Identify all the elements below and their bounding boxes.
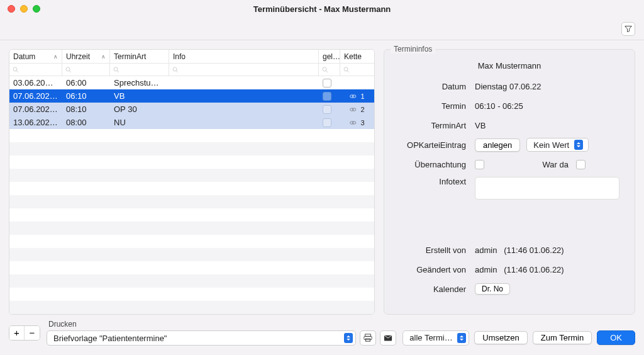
appointments-table: Datum∧ Uhrzeit∧ TerminArt Info gel… Kett…: [9, 49, 375, 315]
keinwert-select[interactable]: Kein Wert: [526, 138, 589, 152]
filter-kette[interactable]: [340, 64, 374, 76]
erstellt-user: admin: [475, 245, 497, 255]
col-terminart[interactable]: TerminArt: [110, 50, 169, 63]
svg-line-1: [16, 70, 18, 72]
titlebar: Terminübersicht - Max Mustermann: [0, 0, 644, 18]
label-termin: Termin: [393, 101, 475, 111]
filter-datum[interactable]: [9, 64, 62, 76]
mail-icon: [384, 334, 392, 342]
svg-line-3: [69, 70, 71, 72]
filter-gel[interactable]: [319, 64, 340, 76]
ok-button[interactable]: OK: [597, 330, 635, 345]
deleted-checkbox[interactable]: [323, 92, 331, 101]
patient-name: Max Mustermann: [393, 61, 626, 70]
filter-icon: [625, 25, 632, 33]
chain-icon: 3: [344, 119, 370, 127]
chain-icon: 2: [344, 106, 370, 113]
remove-button[interactable]: −: [25, 326, 40, 340]
filter-info[interactable]: [169, 64, 319, 76]
label-infotext: Infotext: [393, 177, 475, 186]
add-button[interactable]: +: [9, 326, 25, 340]
filter-button[interactable]: [621, 22, 635, 36]
alle-termine-select[interactable]: alle Termi…: [402, 330, 469, 346]
drucken-label: Drucken: [47, 320, 396, 329]
print-button[interactable]: [360, 330, 376, 346]
label-opkartei: OPKarteiEintrag: [393, 140, 475, 150]
printer-icon: [364, 334, 372, 342]
geaendert-ts: (11:46 01.06.22): [504, 265, 564, 274]
svg-rect-12: [365, 334, 371, 337]
label-uebernachtung: Übernachtung: [393, 160, 475, 169]
col-uhrzeit[interactable]: Uhrzeit∧: [62, 50, 110, 63]
umsetzen-button[interactable]: Umsetzen: [474, 331, 528, 344]
zum-termin-button[interactable]: Zum Termin: [533, 331, 592, 344]
select-arrows-icon: [457, 333, 466, 343]
table-row[interactable]: 07.06.202…06:10VB 1: [9, 89, 374, 103]
filter-terminart[interactable]: [110, 64, 169, 76]
svg-line-5: [117, 70, 119, 72]
deleted-checkbox[interactable]: [323, 105, 331, 114]
value-termin: 06:10 - 06:25: [475, 101, 523, 111]
label-erstellt: Erstellt von: [393, 245, 475, 255]
label-geaendert: Geändert von: [393, 265, 475, 274]
col-datum[interactable]: Datum∧: [9, 50, 62, 63]
svg-line-11: [347, 70, 349, 72]
svg-line-9: [326, 70, 328, 72]
select-arrows-icon: [344, 333, 353, 343]
label-kalender: Kalender: [393, 285, 475, 294]
erstellt-ts: (11:46 01.06.22): [504, 245, 564, 255]
geaendert-user: admin: [475, 265, 497, 274]
table-row[interactable]: 03.06.20…06:00Sprechstu…: [9, 76, 374, 89]
deleted-checkbox[interactable]: [323, 79, 331, 87]
uebernachtung-checkbox[interactable]: [475, 160, 484, 169]
anlegen-button[interactable]: anlegen: [475, 138, 520, 152]
value-terminart: VB: [475, 121, 486, 130]
col-geloescht[interactable]: gel…: [319, 50, 340, 63]
window-title: Terminübersicht - Max Mustermann: [0, 4, 644, 14]
chain-icon: 1: [344, 93, 370, 100]
infotext-field[interactable]: [475, 177, 619, 200]
value-datum: Dienstag 07.06.22: [475, 82, 541, 91]
deleted-checkbox[interactable]: [323, 118, 331, 127]
mail-button[interactable]: [380, 330, 396, 346]
termininfos-legend: Termininfos: [391, 45, 435, 54]
warda-checkbox[interactable]: [576, 160, 586, 169]
svg-line-7: [176, 70, 178, 72]
add-remove-group: + −: [9, 325, 40, 341]
select-arrows-icon: [574, 140, 583, 150]
label-warda: War da: [484, 160, 576, 169]
briefvorlage-select[interactable]: Briefvorlage "Patiententermine": [47, 330, 356, 346]
label-terminart: TerminArt: [393, 121, 475, 130]
table-row[interactable]: 07.06.202…08:10OP 30 2: [9, 103, 374, 116]
table-row[interactable]: 13.06.202…08:00NU 3: [9, 116, 374, 129]
filter-row: [9, 64, 374, 76]
svg-rect-13: [364, 336, 372, 339]
col-info[interactable]: Info: [169, 50, 319, 63]
label-datum: Datum: [393, 82, 475, 91]
briefvorlage-value: Briefvorlage "Patiententermine": [53, 334, 344, 343]
termininfos-panel: Termininfos Max Mustermann DatumDienstag…: [384, 49, 635, 315]
kalender-button[interactable]: Dr. No: [475, 283, 510, 295]
filter-uhrzeit[interactable]: [62, 64, 110, 76]
col-kette[interactable]: Kette: [340, 50, 374, 63]
